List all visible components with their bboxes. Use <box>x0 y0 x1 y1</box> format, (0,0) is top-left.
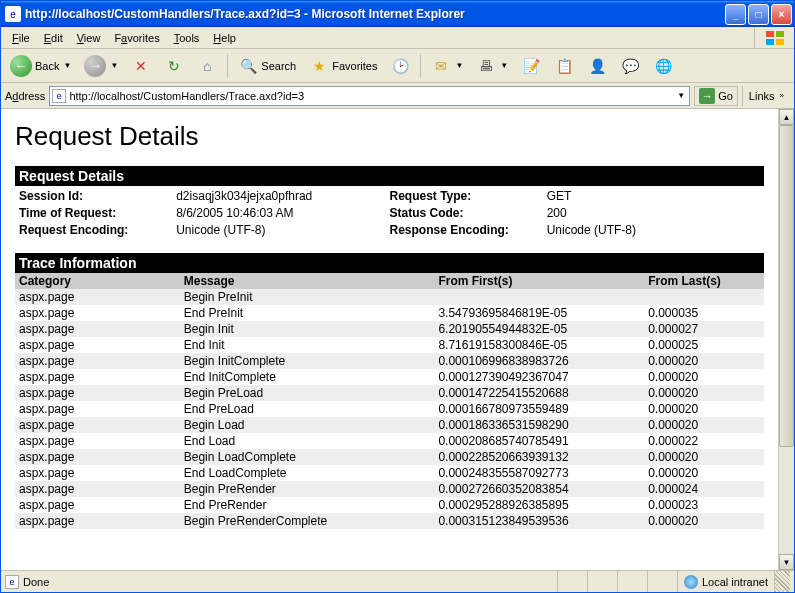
resize-grip[interactable] <box>774 571 790 592</box>
address-url: http://localhost/CustomHandlers/Trace.ax… <box>69 90 675 102</box>
col-from-last: From Last(s) <box>644 273 764 289</box>
history-button[interactable]: 🕑 <box>385 53 415 79</box>
address-label: Address <box>5 90 45 102</box>
scroll-down-button[interactable]: ▼ <box>779 554 794 570</box>
time-of-request-label: Time of Request: <box>19 205 176 222</box>
address-bar: Address e http://localhost/CustomHandler… <box>1 83 794 109</box>
minimize-button[interactable]: _ <box>725 4 746 25</box>
request-encoding-label: Request Encoding: <box>19 222 176 239</box>
request-details-header: Request Details <box>15 166 764 186</box>
go-button[interactable]: → Go <box>694 86 738 106</box>
links-toolbar[interactable]: Links» <box>742 86 790 106</box>
zone-icon <box>684 575 698 589</box>
messenger-button[interactable]: 👤 <box>582 53 612 79</box>
table-row: aspx.pageBegin Init6.20190554944832E-050… <box>15 321 764 337</box>
chevron-down-icon[interactable]: ▼ <box>110 61 118 70</box>
request-type-label: Request Type: <box>390 188 547 205</box>
table-row: aspx.pageEnd PreLoad0.000166780973559489… <box>15 401 764 417</box>
table-row: aspx.pageBegin PreInit <box>15 289 764 305</box>
chevron-down-icon[interactable]: ▼ <box>63 61 71 70</box>
table-row: aspx.pageBegin PreRenderComplete0.000315… <box>15 513 764 529</box>
back-button[interactable]: ←Back▼ <box>5 53 76 79</box>
extra-button[interactable]: 🌐 <box>648 53 678 79</box>
table-row: aspx.pageEnd Init8.71619158300846E-050.0… <box>15 337 764 353</box>
menu-file[interactable]: File <box>5 30 37 46</box>
close-button[interactable]: × <box>771 4 792 25</box>
status-code-label: Status Code: <box>390 205 547 222</box>
scroll-thumb[interactable] <box>779 125 794 447</box>
go-arrow-icon: → <box>699 88 715 104</box>
maximize-button[interactable]: □ <box>748 4 769 25</box>
response-encoding-label: Response Encoding: <box>390 222 547 239</box>
ie-favicon: e <box>5 6 21 22</box>
research-button[interactable]: 💬 <box>615 53 645 79</box>
discuss-button[interactable]: 📋 <box>549 53 579 79</box>
page-icon: e <box>52 89 66 103</box>
session-id-label: Session Id: <box>19 188 176 205</box>
request-details-grid: Session Id: d2isaqj3k034jejxa0pfhrad Req… <box>15 186 764 253</box>
forward-button[interactable]: →▼ <box>79 53 123 79</box>
stop-button[interactable]: ✕ <box>126 53 156 79</box>
request-type-value: GET <box>547 188 760 205</box>
address-input[interactable]: e http://localhost/CustomHandlers/Trace.… <box>49 86 690 106</box>
request-encoding-value: Unicode (UTF-8) <box>176 222 389 239</box>
toolbar: ←Back▼ →▼ ✕ ↻ ⌂ 🔍Search ★Favorites 🕑 ✉▼ … <box>1 49 794 83</box>
table-row: aspx.pageBegin PreLoad0.0001472254155206… <box>15 385 764 401</box>
menu-favorites[interactable]: Favorites <box>107 30 166 46</box>
page-status-icon: e <box>5 575 19 589</box>
print-button[interactable]: 🖶▼ <box>471 53 513 79</box>
mail-button[interactable]: ✉▼ <box>426 53 468 79</box>
trace-table: Category Message From First(s) From Last… <box>15 273 764 529</box>
table-row: aspx.pageEnd PreRender0.0002952889263858… <box>15 497 764 513</box>
refresh-button[interactable]: ↻ <box>159 53 189 79</box>
table-row: aspx.pageEnd InitComplete0.0001273904923… <box>15 369 764 385</box>
menubar: File Edit View Favorites Tools Help <box>1 27 794 49</box>
page-content: Request Details Request Details Session … <box>1 109 778 570</box>
address-dropdown[interactable]: ▼ <box>675 91 687 100</box>
col-from-first: From First(s) <box>434 273 644 289</box>
trace-information-header: Trace Information <box>15 253 764 273</box>
security-zone: Local intranet <box>677 571 774 592</box>
menu-view[interactable]: View <box>70 30 108 46</box>
time-of-request-value: 8/6/2005 10:46:03 AM <box>176 205 389 222</box>
home-button[interactable]: ⌂ <box>192 53 222 79</box>
ie-logo <box>754 27 794 48</box>
menu-edit[interactable]: Edit <box>37 30 70 46</box>
status-text: Done <box>23 576 49 588</box>
table-row: aspx.pageEnd LoadComplete0.0002483555870… <box>15 465 764 481</box>
table-row: aspx.pageBegin PreRender0.00027266035208… <box>15 481 764 497</box>
table-row: aspx.pageEnd PreInit3.54793695846819E-05… <box>15 305 764 321</box>
menu-help[interactable]: Help <box>206 30 243 46</box>
menu-tools[interactable]: Tools <box>167 30 207 46</box>
window-title: http://localhost/CustomHandlers/Trace.ax… <box>25 7 725 21</box>
page-title: Request Details <box>15 121 764 152</box>
table-row: aspx.pageBegin LoadComplete0.00022852066… <box>15 449 764 465</box>
table-row: aspx.pageBegin Load0.0001863365315982900… <box>15 417 764 433</box>
scroll-track[interactable] <box>779 125 794 554</box>
scroll-up-button[interactable]: ▲ <box>779 109 794 125</box>
table-row: aspx.pageEnd Load0.0002086857407854910.0… <box>15 433 764 449</box>
vertical-scrollbar[interactable]: ▲ ▼ <box>778 109 794 570</box>
col-category: Category <box>15 273 180 289</box>
status-code-value: 200 <box>547 205 760 222</box>
search-button[interactable]: 🔍Search <box>233 53 301 79</box>
favorites-button[interactable]: ★Favorites <box>304 53 382 79</box>
response-encoding-value: Unicode (UTF-8) <box>547 222 760 239</box>
statusbar: e Done Local intranet <box>1 570 794 592</box>
edit-button[interactable]: 📝 <box>516 53 546 79</box>
col-message: Message <box>180 273 435 289</box>
titlebar: e http://localhost/CustomHandlers/Trace.… <box>1 1 794 27</box>
session-id-value: d2isaqj3k034jejxa0pfhrad <box>176 188 389 205</box>
table-row: aspx.pageBegin InitComplete0.00010699683… <box>15 353 764 369</box>
